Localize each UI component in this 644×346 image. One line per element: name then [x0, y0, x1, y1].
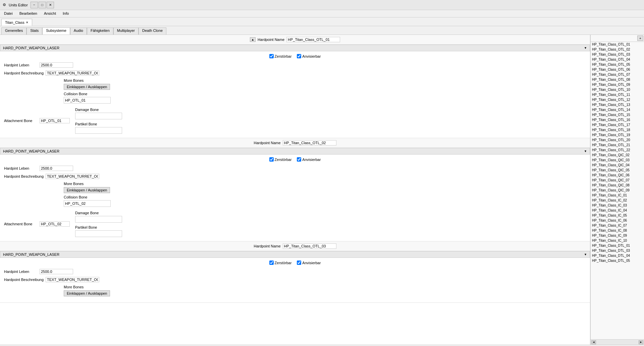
zerstoerbar-checkbox-2[interactable]: Zerstörbar: [269, 157, 292, 162]
list-item[interactable]: HP_Titan_Class_IC_05: [591, 213, 644, 218]
beschreibung-input-2[interactable]: [46, 174, 99, 179]
close-button[interactable]: ✕: [47, 2, 54, 8]
anvisierbar-checkbox-3[interactable]: Anvisierbar: [297, 261, 321, 265]
list-item[interactable]: HP_Titan_Class_OTL_08: [591, 77, 644, 82]
list-item[interactable]: HP_Titan_Class_OTL_01: [591, 42, 644, 47]
anvisierbar-check-1[interactable]: [297, 54, 301, 58]
list-item[interactable]: HP_Titan_Class_OTL_15: [591, 112, 644, 117]
section-header-2[interactable]: HARD_POINT_WEAPON_LASER ▼: [0, 148, 590, 155]
attachment-input-1[interactable]: [40, 118, 70, 123]
list-item[interactable]: HP_Titan_Class_IC_09: [591, 233, 644, 238]
scroll-left-button[interactable]: ◄: [591, 340, 596, 344]
maximize-button[interactable]: □: [39, 2, 46, 8]
list-item[interactable]: HP_Titan_Class_OTL_09: [591, 82, 644, 87]
list-item[interactable]: HP_Titan_Class_OTL_03: [591, 52, 644, 57]
list-item[interactable]: HP_Titan_Class_OTL_22: [591, 148, 644, 153]
list-item[interactable]: HP_Titan_Class_DTL_04: [591, 253, 644, 258]
list-item[interactable]: HP_Titan_Class_OTL_10: [591, 87, 644, 92]
list-item[interactable]: HP_Titan_Class_QIC_08: [591, 183, 644, 188]
nav-tab-multiplayer[interactable]: Multiplayer: [113, 27, 139, 35]
list-item[interactable]: HP_Titan_Class_OTL_05: [591, 62, 644, 67]
list-item[interactable]: HP_Titan_Class_DTL_05: [591, 258, 644, 263]
list-item[interactable]: HP_Titan_Class_OTL_21: [591, 142, 644, 148]
collision-bone-input-2[interactable]: [64, 200, 111, 207]
list-item[interactable]: HP_Titan_Class_OTL_13: [591, 102, 644, 107]
nav-tab-subsysteme[interactable]: Subsysteme: [42, 27, 70, 35]
list-item[interactable]: HP_Titan_Class_OTL_07: [591, 72, 644, 77]
toggle-bones-btn-1[interactable]: Einklappen / Ausklappen: [64, 84, 110, 90]
anvisierbar-check-3[interactable]: [297, 261, 301, 265]
list-item[interactable]: HP_Titan_Class_QIC_09: [591, 188, 644, 193]
anvisierbar-checkbox-2[interactable]: Anvisierbar: [297, 157, 321, 162]
beschreibung-input-1[interactable]: [46, 70, 99, 76]
list-item[interactable]: HP_Titan_Class_OTL_14: [591, 107, 644, 112]
list-item[interactable]: HP_Titan_Class_IC_02: [591, 198, 644, 203]
list-item[interactable]: HP_Titan_Class_OTL_04: [591, 57, 644, 62]
toggle-bones-btn-3[interactable]: Einklappen / Ausklappen: [64, 290, 110, 296]
list-item[interactable]: HP_Titan_Class_OTL_16: [591, 117, 644, 122]
nav-tab-audio[interactable]: Audio: [70, 27, 87, 35]
list-item[interactable]: HP_Titan_Class_QIC_03: [591, 158, 644, 163]
scroll-right-button[interactable]: ►: [639, 340, 643, 344]
list-item[interactable]: HP_Titan_Class_QIC_02: [591, 153, 644, 158]
menu-ansicht[interactable]: Ansicht: [41, 11, 59, 16]
list-item[interactable]: HP_Titan_Class_OTL_06: [591, 67, 644, 72]
nav-tab-faehigkeiten[interactable]: Fähigkeiten: [87, 27, 113, 35]
hardpoint-name-input-1[interactable]: [286, 37, 340, 42]
list-item[interactable]: HP_Titan_Class_OTL_11: [591, 92, 644, 97]
list-item[interactable]: HP_Titan_Class_QIC_05: [591, 168, 644, 173]
nav-tab-stats[interactable]: Stats: [26, 27, 42, 35]
damage-bone-input-2[interactable]: [75, 216, 122, 223]
tab-titan-class[interactable]: Titan_Class ✕: [1, 19, 32, 26]
tab-close-icon[interactable]: ✕: [26, 21, 29, 24]
zerstoerbar-checkbox-3[interactable]: Zerstörbar: [269, 261, 292, 265]
add-hardpoint-button[interactable]: +: [637, 36, 643, 41]
list-item[interactable]: HP_Titan_Class_IC_08: [591, 228, 644, 233]
hardpoint-name-input-3[interactable]: [283, 243, 336, 249]
menu-datei[interactable]: Datei: [1, 11, 15, 16]
collision-bone-input-1[interactable]: [64, 97, 111, 104]
list-item[interactable]: HP_Titan_Class_IC_07: [591, 223, 644, 228]
attachment-input-2[interactable]: [40, 221, 70, 227]
hardpoint-scroll-up-btn[interactable]: ▲: [250, 37, 256, 42]
leben-input-2[interactable]: [40, 166, 73, 171]
list-item[interactable]: HP_Titan_Class_OTL_20: [591, 137, 644, 142]
partikel-bone-input-2[interactable]: [75, 230, 122, 237]
leben-label-1: Hardpint Leben: [4, 63, 38, 67]
list-item[interactable]: HP_Titan_Class_DTL_01: [591, 243, 644, 248]
zerstoerbar-check-1[interactable]: [269, 54, 274, 58]
list-item[interactable]: HP_Titan_Class_OTL_19: [591, 132, 644, 137]
list-item[interactable]: HP_Titan_Class_OTL_17: [591, 122, 644, 127]
list-item[interactable]: HP_Titan_Class_OTL_18: [591, 127, 644, 132]
list-item[interactable]: HP_Titan_Class_OTL_12: [591, 97, 644, 102]
list-item[interactable]: HP_Titan_Class_DTL_03: [591, 248, 644, 253]
section-header-1[interactable]: HARD_POINT_WEAPON_LASER ▼: [0, 45, 590, 51]
leben-input-3[interactable]: [40, 269, 73, 274]
nav-tab-death-clone[interactable]: Death Clone: [139, 27, 166, 35]
toggle-bones-btn-2[interactable]: Einklappen / Ausklappen: [64, 187, 110, 193]
menu-bearbeiten[interactable]: Bearbeiten: [17, 11, 40, 16]
list-item[interactable]: HP_Titan_Class_IC_04: [591, 208, 644, 213]
list-item[interactable]: HP_Titan_Class_OTL_02: [591, 47, 644, 52]
zerstoerbar-checkbox-1[interactable]: Zerstörbar: [269, 54, 292, 58]
damage-bone-input-1[interactable]: [75, 113, 122, 119]
minimize-button[interactable]: −: [31, 2, 38, 8]
anvisierbar-check-2[interactable]: [297, 157, 301, 162]
list-item[interactable]: HP_Titan_Class_IC_01: [591, 193, 644, 198]
zerstoerbar-check-3[interactable]: [269, 261, 274, 265]
leben-input-1[interactable]: [40, 62, 73, 68]
list-item[interactable]: HP_Titan_Class_IC_10: [591, 238, 644, 243]
hardpoint-name-input-2[interactable]: [283, 140, 336, 146]
list-item[interactable]: HP_Titan_Class_QIC_06: [591, 173, 644, 178]
partikel-bone-input-1[interactable]: [75, 127, 122, 134]
menu-info[interactable]: Info: [60, 11, 71, 16]
list-item[interactable]: HP_Titan_Class_QIC_04: [591, 163, 644, 168]
section-header-3[interactable]: HARD_POINT_WEAPON_LASER ▼: [0, 251, 590, 258]
list-item[interactable]: HP_Titan_Class_IC_06: [591, 218, 644, 223]
anvisierbar-checkbox-1[interactable]: Anvisierbar: [297, 54, 321, 58]
list-item[interactable]: HP_Titan_Class_IC_03: [591, 203, 644, 208]
zerstoerbar-check-2[interactable]: [269, 157, 274, 162]
beschreibung-input-3[interactable]: [46, 277, 99, 282]
list-item[interactable]: HP_Titan_Class_QIC_07: [591, 178, 644, 183]
nav-tab-generelles[interactable]: Generelles: [1, 27, 26, 35]
